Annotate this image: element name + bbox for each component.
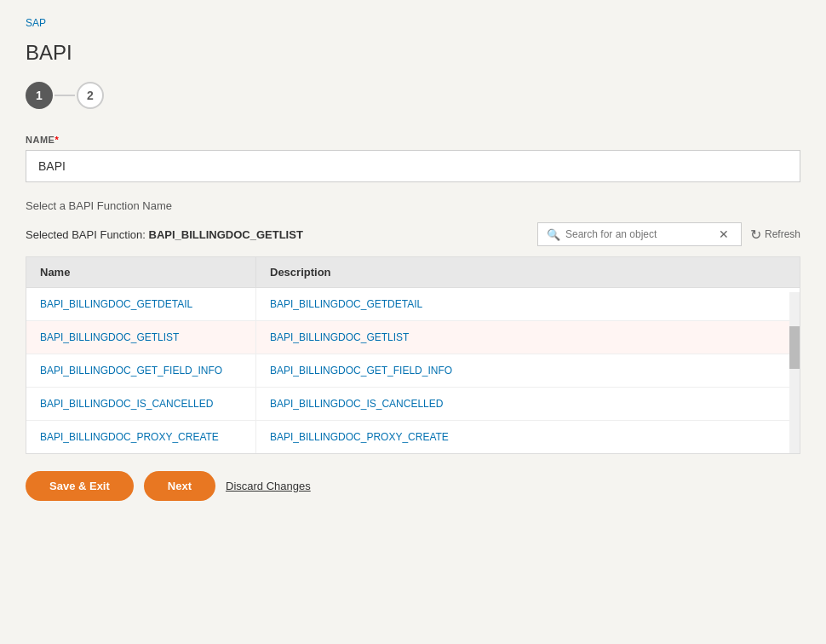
save-exit-button[interactable]: Save & Exit [26,471,134,501]
name-section: NAME* [26,135,800,182]
table-row[interactable]: BAPI_BILLINGDOC_GETDETAIL BAPI_BILLINGDO… [26,288,800,321]
search-box: 🔍 ✕ [537,222,742,246]
search-icon: 🔍 [547,228,560,241]
discard-changes-button[interactable]: Discard Changes [226,480,311,492]
name-label: NAME* [26,135,800,145]
breadcrumb-link[interactable]: SAP [26,17,46,29]
selected-function-text: Selected BAPI Function: BAPI_BILLINGDOC_… [26,228,303,241]
search-input[interactable] [565,228,715,240]
clear-search-button[interactable]: ✕ [715,227,732,241]
cell-description: BAPI_BILLINGDOC_PROXY_CREATE [256,421,800,453]
table-row[interactable]: BAPI_BILLINGDOC_GETLIST BAPI_BILLINGDOC_… [26,321,800,354]
step-1: 1 [26,82,53,109]
bapi-table: Name Description BAPI_BILLINGDOC_GETDETA… [26,256,800,454]
table-row[interactable]: BAPI_BILLINGDOC_GET_FIELD_INFO BAPI_BILL… [26,354,800,388]
stepper: 1 2 [26,82,800,109]
col-description-header: Description [256,257,800,287]
table-row[interactable]: BAPI_BILLINGDOC_PROXY_CREATE BAPI_BILLIN… [26,421,800,453]
col-name-header: Name [26,257,256,287]
selected-function-bar: Selected BAPI Function: BAPI_BILLINGDOC_… [26,222,800,246]
refresh-button[interactable]: ↻ Refresh [750,227,800,243]
search-area: 🔍 ✕ ↻ Refresh [537,222,800,246]
scrollbar-track[interactable] [789,292,800,453]
section-subtitle: Select a BAPI Function Name [26,199,800,212]
refresh-icon: ↻ [750,227,761,243]
footer-buttons: Save & Exit Next Discard Changes [26,454,800,518]
table-body: BAPI_BILLINGDOC_GETDETAIL BAPI_BILLINGDO… [26,288,800,453]
next-button[interactable]: Next [144,471,215,501]
cell-description: BAPI_BILLINGDOC_GET_FIELD_INFO [256,354,800,387]
cell-name: BAPI_BILLINGDOC_GET_FIELD_INFO [26,354,256,387]
cell-description: BAPI_BILLINGDOC_IS_CANCELLED [256,388,800,420]
table-header: Name Description [26,257,800,288]
step-2: 2 [77,82,104,109]
scrollbar-thumb[interactable] [789,326,800,369]
cell-description: BAPI_BILLINGDOC_GETDETAIL [256,288,800,320]
step-connector [54,95,75,96]
cell-name: BAPI_BILLINGDOC_IS_CANCELLED [26,388,256,420]
cell-name: BAPI_BILLINGDOC_GETDETAIL [26,288,256,320]
cell-description: BAPI_BILLINGDOC_GETLIST [256,321,800,354]
name-input[interactable] [26,150,800,182]
breadcrumb[interactable]: SAP [26,17,800,29]
table-row[interactable]: BAPI_BILLINGDOC_IS_CANCELLED BAPI_BILLIN… [26,388,800,421]
cell-name: BAPI_BILLINGDOC_PROXY_CREATE [26,421,256,453]
cell-name: BAPI_BILLINGDOC_GETLIST [26,321,256,354]
page-title: BAPI [26,41,800,65]
